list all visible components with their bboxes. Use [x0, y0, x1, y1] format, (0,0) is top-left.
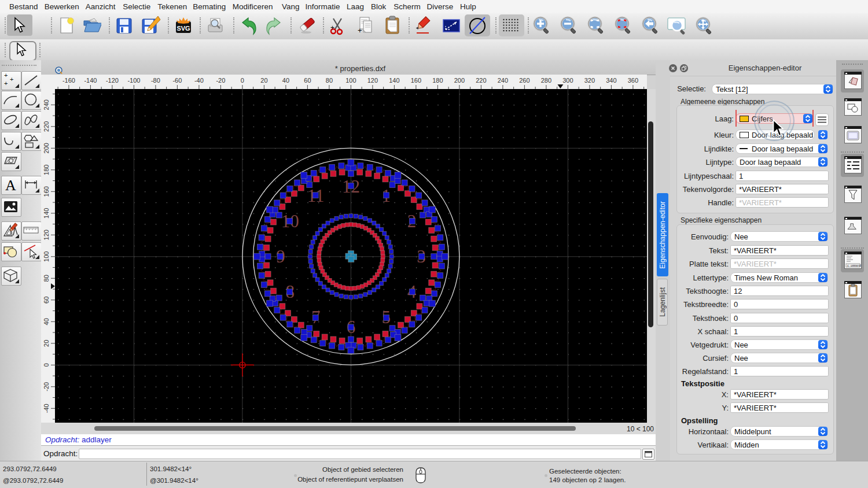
svg-text:100: 100	[345, 77, 356, 84]
svg-text:120: 120	[367, 77, 378, 84]
svg-text:360: 360	[628, 77, 638, 84]
svg-text:340: 340	[606, 77, 616, 84]
svg-text:300: 300	[562, 77, 573, 84]
svg-text:100: 100	[43, 252, 50, 262]
svg-text:260: 260	[519, 77, 529, 84]
svg-text:-120: -120	[106, 77, 119, 84]
svg-text:320: 320	[584, 77, 595, 84]
svg-text:60: 60	[43, 297, 50, 304]
svg-text:-20: -20	[216, 77, 225, 84]
svg-text:-40: -40	[43, 404, 50, 413]
svg-text:0: 0	[43, 363, 50, 367]
svg-text:80: 80	[43, 275, 50, 282]
svg-text:+: +	[358, 26, 362, 35]
svg-text:140: 140	[389, 77, 399, 84]
svg-text:200: 200	[454, 77, 465, 84]
svg-text:280: 280	[541, 77, 551, 84]
svg-text:40: 40	[282, 77, 289, 84]
svg-text:200: 200	[43, 143, 50, 153]
svg-text:220: 220	[476, 77, 486, 84]
svg-text:40: 40	[43, 318, 50, 325]
svg-text:160: 160	[43, 186, 50, 197]
svg-text:20: 20	[260, 77, 267, 84]
svg-text:180: 180	[432, 77, 443, 84]
svg-text:-140: -140	[84, 77, 97, 84]
svg-text:60: 60	[304, 77, 311, 84]
svg-text:SVG: SVG	[176, 25, 190, 32]
svg-text:0: 0	[241, 77, 244, 84]
svg-text:A: A	[5, 177, 16, 193]
svg-text:-20: -20	[43, 382, 50, 391]
svg-text:+: +	[330, 24, 334, 32]
svg-text:+: +	[10, 76, 13, 83]
svg-text:120: 120	[43, 230, 50, 240]
svg-text:-80: -80	[151, 77, 160, 84]
svg-text:160: 160	[411, 77, 421, 84]
svg-text:180: 180	[43, 165, 50, 175]
svg-text:140: 140	[43, 208, 50, 219]
svg-text:-160: -160	[62, 77, 75, 84]
svg-text:240: 240	[498, 77, 508, 84]
svg-text:-60: -60	[172, 77, 182, 84]
svg-text:-40: -40	[194, 77, 204, 84]
svg-text:-100: -100	[127, 77, 140, 84]
svg-text:20: 20	[43, 340, 50, 347]
svg-text:220: 220	[43, 121, 50, 132]
svg-text:c ommand: c ommand	[847, 264, 861, 268]
svg-text:240: 240	[43, 99, 50, 110]
svg-text:+: +	[4, 80, 8, 87]
svg-text:+: +	[4, 72, 8, 79]
svg-text:80: 80	[326, 77, 333, 84]
